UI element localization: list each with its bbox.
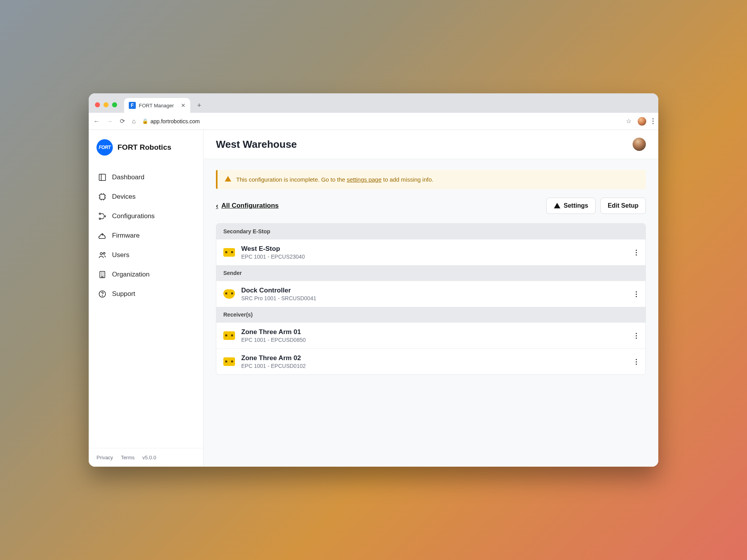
device-meta: SRC Pro 1001 - SRCUSD0041 — [241, 295, 316, 301]
edit-setup-button-label: Edit Setup — [608, 202, 638, 209]
sidebar-item-label: Configurations — [112, 212, 155, 220]
section-heading: Sender — [216, 265, 645, 281]
browser-menu-icon[interactable] — [652, 118, 654, 124]
sub-toolbar: ‹ All Configurations Settings Edit Setup — [216, 198, 646, 214]
edit-setup-button[interactable]: Edit Setup — [600, 198, 646, 214]
svg-point-2 — [99, 213, 101, 215]
bookmark-star-icon[interactable]: ☆ — [626, 117, 631, 125]
section-heading: Secondary E-Stop — [216, 224, 645, 239]
sidebar-item-users[interactable]: Users — [92, 246, 200, 264]
sidebar-item-support[interactable]: Support — [92, 285, 200, 303]
row-menu-button[interactable] — [634, 290, 638, 299]
browser-tab[interactable]: F FORT Manager ✕ — [124, 98, 190, 113]
sidebar-nav: Dashboard Devices Configurations Firmwar… — [89, 165, 203, 306]
firmware-icon — [98, 231, 107, 240]
svg-point-5 — [100, 253, 103, 255]
svg-rect-1 — [100, 194, 105, 200]
tab-title: FORT Manager — [139, 103, 174, 108]
sidebar-item-label: Users — [112, 251, 129, 259]
device-meta: EPC 1001 - EPCUS23040 — [241, 254, 305, 260]
sidebar-item-label: Organization — [112, 271, 149, 278]
sidebar-item-organization[interactable]: Organization — [92, 265, 200, 284]
back-link[interactable]: ‹ All Configurations — [216, 202, 279, 210]
support-icon — [98, 290, 107, 298]
sidebar-item-devices[interactable]: Devices — [92, 187, 200, 206]
warning-icon — [554, 202, 561, 209]
kebab-icon — [636, 333, 637, 339]
lock-icon: 🔒 — [142, 118, 148, 124]
device-meta: EPC 1001 - EPCUSD0102 — [241, 363, 306, 369]
device-panel: Secondary E-StopWest E-StopEPC 1001 - EP… — [216, 223, 646, 375]
page-content: This configuration is incomplete. Go to … — [203, 159, 658, 386]
nav-reload-icon[interactable]: ⟳ — [120, 117, 125, 125]
app-root: FORT FORT Robotics Dashboard Devices Con… — [89, 130, 658, 467]
banner-settings-link[interactable]: settings page — [347, 176, 381, 183]
users-icon — [98, 251, 107, 259]
footer-privacy-link[interactable]: Privacy — [96, 455, 113, 460]
device-row[interactable]: Zone Three Arm 01EPC 1001 - EPCUSD0850 — [216, 322, 645, 348]
window-controls — [92, 102, 121, 113]
sidebar-item-label: Firmware — [112, 232, 140, 240]
maximize-window-icon[interactable] — [112, 102, 117, 107]
device-name: Zone Three Arm 01 — [241, 328, 306, 336]
row-menu-button[interactable] — [634, 331, 638, 340]
configurations-icon — [98, 212, 107, 220]
main: West Warehouse This configuration is inc… — [203, 130, 658, 467]
device-row[interactable]: West E-StopEPC 1001 - EPCUS23040 — [216, 239, 645, 265]
user-avatar[interactable] — [633, 138, 646, 151]
brand-logo-icon: FORT — [96, 139, 113, 156]
kebab-icon — [636, 291, 637, 297]
sidebar-item-dashboard[interactable]: Dashboard — [92, 168, 200, 187]
url-field[interactable]: 🔒 app.fortrobotics.com — [142, 118, 620, 124]
nav-home-icon[interactable]: ⌂ — [132, 118, 136, 125]
sidebar: FORT FORT Robotics Dashboard Devices Con… — [89, 130, 203, 467]
warning-banner: This configuration is incomplete. Go to … — [216, 170, 646, 189]
device-name: West E-Stop — [241, 245, 305, 253]
dashboard-icon — [98, 173, 107, 182]
device-row[interactable]: Dock ControllerSRC Pro 1001 - SRCUSD0041 — [216, 281, 645, 307]
svg-point-9 — [102, 296, 102, 296]
browser-addressbar: ← → ⟳ ⌂ 🔒 app.fortrobotics.com ☆ — [89, 113, 658, 130]
sidebar-item-firmware[interactable]: Firmware — [92, 226, 200, 245]
sidebar-item-configurations[interactable]: Configurations — [92, 207, 200, 226]
svg-point-4 — [104, 215, 106, 217]
controller-device-icon — [223, 289, 235, 299]
page-title: West Warehouse — [216, 138, 297, 150]
row-menu-button[interactable] — [634, 357, 638, 366]
browser-profile-avatar[interactable] — [638, 117, 646, 126]
chevron-left-icon: ‹ — [216, 202, 218, 210]
nav-forward-icon[interactable]: → — [107, 118, 113, 125]
footer-terms-link[interactable]: Terms — [121, 455, 135, 460]
sidebar-footer: Privacy Terms v5.0.0 — [89, 448, 203, 467]
warning-icon — [224, 175, 231, 184]
browser-window: F FORT Manager ✕ + ← → ⟳ ⌂ 🔒 app.fortrob… — [89, 93, 658, 467]
epc-device-icon — [223, 357, 235, 366]
nav-back-icon[interactable]: ← — [93, 118, 100, 125]
new-tab-button[interactable]: + — [193, 100, 205, 111]
close-window-icon[interactable] — [95, 102, 100, 107]
minimize-window-icon[interactable] — [103, 102, 109, 107]
back-link-label: All Configurations — [221, 202, 279, 210]
sidebar-item-label: Dashboard — [112, 173, 144, 181]
organization-icon — [98, 270, 107, 279]
sidebar-item-label: Support — [112, 290, 135, 298]
device-meta: EPC 1001 - EPCUSD0850 — [241, 337, 306, 343]
row-menu-button[interactable] — [634, 248, 638, 257]
settings-button-label: Settings — [564, 202, 588, 209]
brand[interactable]: FORT FORT Robotics — [89, 130, 203, 165]
tab-close-icon[interactable]: ✕ — [181, 102, 186, 108]
epc-device-icon — [223, 248, 235, 257]
favicon-icon: F — [129, 102, 136, 109]
url-text: app.fortrobotics.com — [151, 118, 200, 124]
svg-rect-0 — [99, 174, 106, 181]
device-row[interactable]: Zone Three Arm 02EPC 1001 - EPCUSD0102 — [216, 348, 645, 374]
sidebar-item-label: Devices — [112, 193, 135, 201]
kebab-icon — [636, 359, 637, 365]
devices-icon — [98, 192, 107, 201]
device-name: Zone Three Arm 02 — [241, 354, 306, 362]
footer-version: v5.0.0 — [142, 455, 156, 460]
svg-point-6 — [103, 252, 105, 254]
device-name: Dock Controller — [241, 287, 316, 294]
settings-button[interactable]: Settings — [546, 198, 596, 214]
epc-device-icon — [223, 331, 235, 340]
